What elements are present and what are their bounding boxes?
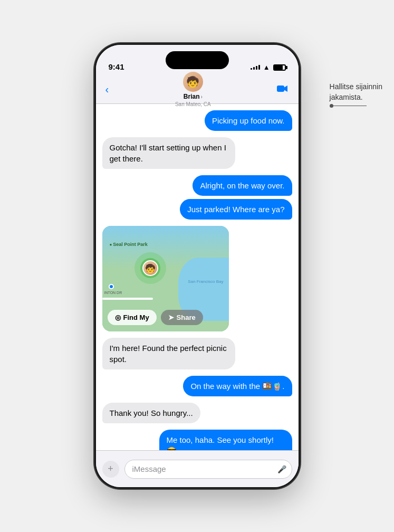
signal-bar-3: [256, 66, 257, 70]
bubble-2: Gotcha! I'll start setting up when I get…: [102, 137, 235, 169]
contact-location: San Mateo, CA: [175, 101, 211, 107]
bubble-6: I'm here! Found the perfect picnic spot.: [102, 338, 235, 369]
share-icon: ➤: [168, 314, 174, 321]
bubble-7: On the way with the 🍱🧋.: [183, 376, 292, 396]
battery-icon: [273, 64, 286, 71]
message-row-6: I'm here! Found the perfect picnic spot.: [102, 338, 292, 369]
status-time: 9:41: [109, 62, 124, 71]
message-row-1: Picking up food now.: [102, 110, 292, 131]
map-message-row: ● Seal Point Park San Francisco Bay INTO…: [102, 226, 292, 331]
signal-bar-2: [253, 67, 255, 70]
dynamic-island: [166, 51, 229, 69]
svg-rect-0: [277, 86, 284, 92]
avatar-pin: 🧒: [134, 252, 166, 284]
message-row-4: Just parked! Where are ya?: [102, 199, 292, 220]
find-my-icon: ◎: [115, 314, 121, 321]
annotation-text-line1: Hallitse sijainnin: [330, 82, 382, 92]
message-row-7: On the way with the 🍱🧋.: [102, 376, 292, 396]
map-buttons: ◎ Find My ➤ Share: [108, 310, 203, 325]
map-road: [102, 298, 153, 300]
contact-name: Brian ›: [184, 93, 203, 100]
add-attachment-button[interactable]: +: [102, 461, 119, 478]
message-row-3: Alright, on the way over.: [102, 175, 292, 196]
messages-area: Picking up food now. Gotcha! I'll start …: [96, 104, 299, 450]
signal-bar-1: [251, 68, 252, 70]
share-location-button[interactable]: ➤ Share: [161, 310, 203, 325]
pin-avatar: 🧒: [142, 260, 158, 276]
back-button[interactable]: ‹: [105, 83, 109, 96]
message-row-2: Gotcha! I'll start setting up when I get…: [102, 137, 292, 169]
video-call-button[interactable]: [277, 83, 289, 96]
annotation: Hallitse sijainnin jakamista.: [330, 82, 382, 106]
wifi-icon: ▲: [263, 63, 270, 71]
message-row-9: Me too, haha. See you shortly! 😎: [102, 430, 292, 450]
status-icons: ▲: [251, 63, 286, 71]
find-my-button[interactable]: ◎ Find My: [108, 310, 157, 325]
contact-avatar: 🧒: [183, 72, 203, 92]
bubble-8: Thank you! So hungry...: [102, 403, 200, 423]
bubble-9: Me too, haha. See you shortly! 😎: [159, 430, 292, 450]
phone-frame: 9:41 ▲ ‹ 🧒 Brian › San Mateo, CA: [94, 43, 300, 489]
map-street-label: INTON DR: [104, 291, 122, 294]
map-bay-label: San Francisco Bay: [188, 279, 223, 284]
bubble-3: Alright, on the way over.: [193, 175, 292, 196]
mic-icon[interactable]: 🎤: [277, 465, 286, 473]
bubble-4: Just parked! Where are ya?: [180, 199, 292, 220]
nav-center[interactable]: 🧒 Brian › San Mateo, CA: [175, 72, 211, 107]
map-card[interactable]: ● Seal Point Park San Francisco Bay INTO…: [102, 226, 229, 331]
bubble-1: Picking up food now.: [205, 110, 292, 131]
signal-bar-4: [258, 65, 260, 70]
battery-fill: [274, 65, 283, 70]
message-row-8: Thank you! So hungry...: [102, 403, 292, 423]
map-park-label: ● Seal Point Park: [110, 242, 148, 247]
annotation-text-line2: jakamista.: [330, 92, 363, 103]
nav-bar: ‹ 🧒 Brian › San Mateo, CA: [96, 75, 299, 104]
chevron-right-icon: ›: [201, 94, 203, 100]
user-location-dot: [109, 284, 114, 289]
signal-bars: [251, 65, 260, 70]
message-input[interactable]: iMessage 🎤: [124, 460, 292, 479]
input-bar: + iMessage 🎤: [96, 450, 299, 487]
